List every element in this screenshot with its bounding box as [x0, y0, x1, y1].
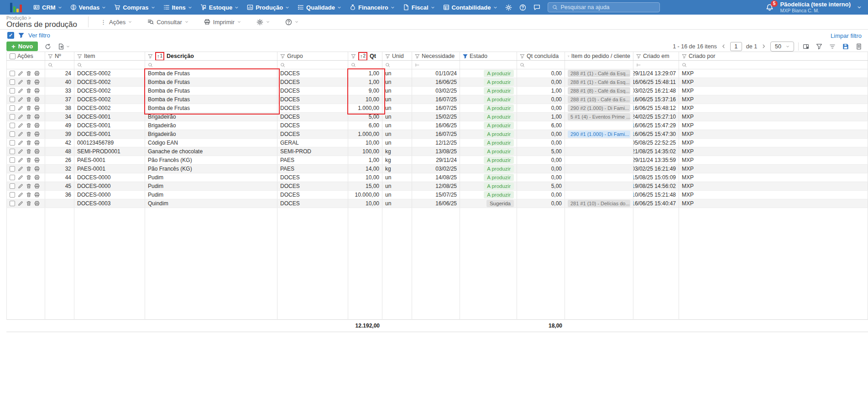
edit-button[interactable] [18, 166, 23, 172]
edit-button[interactable] [18, 175, 23, 180]
delete-button[interactable] [26, 175, 31, 180]
print-button[interactable] [34, 140, 40, 146]
filter-funnel-icon[interactable] [18, 32, 24, 38]
order-link-pill[interactable]: 288 #1 (10) - Café da Es... [568, 96, 630, 103]
print-button[interactable] [34, 175, 40, 180]
order-link-pill[interactable]: 288 #1 (8) - Café da Esq... [568, 87, 630, 94]
acoes-menu-button[interactable]: ⋮ Ações [100, 19, 132, 26]
edit-button[interactable] [18, 140, 23, 146]
delete-button[interactable] [26, 79, 31, 85]
column-header-acoes[interactable]: Ações [6, 52, 45, 60]
delete-button[interactable] [26, 97, 31, 102]
funnel-icon[interactable] [816, 43, 822, 50]
delete-button[interactable] [26, 201, 31, 206]
delete-button[interactable] [26, 149, 31, 154]
delete-button[interactable] [26, 123, 31, 128]
delete-button[interactable] [26, 192, 31, 198]
help-search-input[interactable]: Pesquisar na ajuda [548, 2, 660, 12]
row-checkbox[interactable] [10, 157, 15, 163]
row-checkbox[interactable] [10, 131, 15, 137]
help-menu-button[interactable] [285, 19, 298, 26]
print-button[interactable] [34, 131, 40, 137]
column-header-item[interactable]: Item [74, 52, 145, 60]
funnel-icon[interactable] [385, 54, 390, 59]
row-checkbox[interactable] [10, 71, 15, 76]
page-size-select[interactable]: 50 [770, 42, 794, 52]
funnel-icon[interactable] [48, 54, 53, 59]
column-header-necessidade[interactable]: Necessidade [412, 52, 460, 60]
row-checkbox[interactable] [10, 123, 15, 128]
order-link-pill[interactable]: 288 #1 (1) - Café da Esq... [568, 78, 630, 86]
help-icon[interactable] [519, 4, 526, 11]
row-checkbox[interactable] [10, 175, 15, 180]
order-link-pill[interactable]: 288 #1 (1) - Café da Esq... [568, 70, 630, 77]
breadcrumb[interactable]: Produção > [6, 16, 77, 21]
chat-icon[interactable] [533, 4, 540, 11]
column-search-criado-por[interactable] [679, 61, 868, 69]
nav-item-producao[interactable]: Produção [243, 0, 293, 15]
row-checkbox[interactable] [10, 201, 15, 206]
order-link-pill[interactable]: 290 #2 (1.000) - Di Fami... [568, 104, 630, 112]
print-button[interactable] [34, 71, 40, 76]
previous-page-button[interactable] [721, 44, 726, 49]
settings-icon[interactable] [505, 4, 512, 11]
sort-indicator-1[interactable]: ↑1 [155, 52, 164, 60]
row-checkbox[interactable] [10, 97, 15, 102]
column-search-qt-concluida[interactable] [517, 61, 565, 69]
funnel-icon[interactable] [77, 54, 82, 59]
edit-button[interactable] [18, 97, 23, 102]
select-all-checkbox[interactable] [10, 53, 16, 59]
imprimir-menu-button[interactable]: Imprimir [204, 19, 241, 26]
nav-item-itens[interactable]: Itens [159, 0, 196, 15]
column-header-descricao[interactable]: ↑1Descrição [145, 52, 277, 60]
funnel-icon[interactable] [568, 54, 570, 59]
print-button[interactable] [34, 192, 40, 198]
edit-button[interactable] [18, 131, 23, 137]
row-checkbox[interactable] [10, 183, 15, 189]
delete-button[interactable] [26, 166, 31, 172]
nav-item-financeiro[interactable]: Financeiro [345, 0, 399, 15]
filter-checkbox[interactable]: ✓ [7, 32, 14, 39]
funnel-icon[interactable] [636, 54, 641, 59]
print-button[interactable] [34, 149, 40, 154]
row-checkbox[interactable] [10, 192, 15, 198]
limpar-filtro-link[interactable]: Limpar filtro [831, 32, 862, 39]
delete-button[interactable] [26, 105, 31, 111]
column-search-criado-em[interactable] [633, 61, 679, 69]
order-link-pill[interactable]: 5 #1 (4) - Eventos Prime ... [568, 113, 630, 120]
funnel-icon[interactable] [351, 54, 356, 59]
edit-button[interactable] [18, 105, 23, 111]
column-header-num[interactable]: Nº [45, 52, 74, 60]
app-logo[interactable] [10, 3, 22, 12]
print-button[interactable] [34, 123, 40, 128]
order-link-pill[interactable]: 290 #1 (1.000) - Di Fami... [568, 130, 630, 138]
funnel-icon[interactable] [682, 54, 687, 59]
delete-button[interactable] [26, 183, 31, 189]
print-button[interactable] [34, 105, 40, 111]
delete-button[interactable] [26, 140, 31, 146]
funnel-icon[interactable] [415, 54, 420, 59]
nav-item-crm[interactable]: CRM [29, 0, 66, 15]
columns-icon[interactable] [803, 43, 809, 50]
export-button[interactable] [58, 43, 70, 50]
column-header-criado-em[interactable]: Criado em [633, 52, 679, 60]
column-search-necessidade[interactable] [412, 61, 460, 69]
edit-button[interactable] [18, 192, 23, 198]
consultar-menu-button[interactable]: Consultar [147, 19, 188, 26]
delete-button[interactable] [26, 131, 31, 137]
nav-item-qualidade[interactable]: Qualidade [293, 0, 345, 15]
nav-item-compras[interactable]: Compras [110, 0, 159, 15]
column-header-grupo[interactable]: Grupo [277, 52, 348, 60]
funnel-icon[interactable] [520, 54, 525, 59]
nav-item-estoque[interactable]: Estoque [196, 0, 243, 15]
save-view-icon[interactable] [842, 43, 849, 50]
edit-button[interactable] [18, 183, 23, 189]
print-button[interactable] [34, 157, 40, 163]
edit-button[interactable] [18, 149, 23, 154]
ver-filtro-link[interactable]: Ver filtro [28, 32, 50, 39]
print-button[interactable] [34, 88, 40, 94]
delete-button[interactable] [26, 88, 31, 94]
refresh-button[interactable] [45, 43, 51, 50]
column-search-num[interactable] [45, 61, 74, 69]
row-checkbox[interactable] [10, 88, 15, 94]
